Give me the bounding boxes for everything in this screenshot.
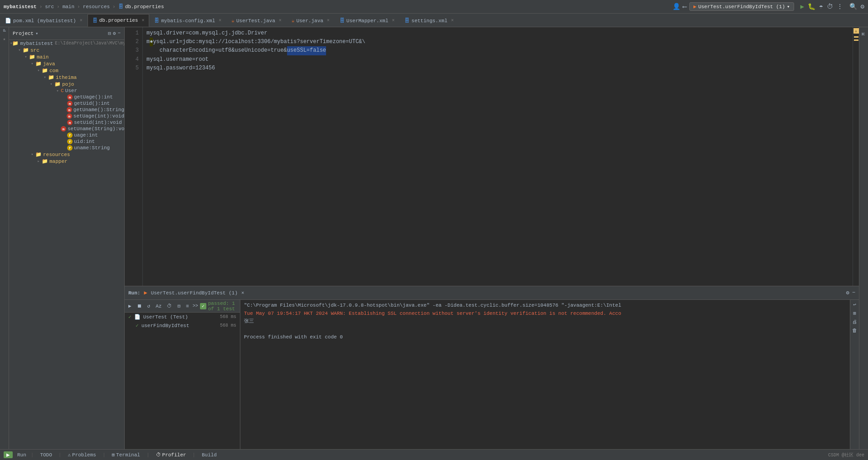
profile-button[interactable]: ⏱ [827,3,833,10]
settings-bottom-icon[interactable]: ⚙ [846,289,849,296]
maven-panel-icon[interactable]: M [861,33,866,35]
project-dropdown-icon[interactable]: ▾ [35,31,38,36]
play-btn[interactable]: ▶ [127,302,133,310]
build-btn[interactable]: Build [200,452,219,458]
tree-item-mapper[interactable]: ▸ 📁 mapper [9,158,124,165]
warning-line-2 [854,39,858,41]
stop-btn[interactable]: ⏹ [135,302,144,310]
run-label[interactable]: Run [17,452,26,458]
sep3: › [77,4,80,10]
main-content: P ★ Project ▾ ⊟ ⚙ − ▾ 📁 mybatistest E:\I… [0,27,868,449]
editor-content[interactable]: 1 2 3 4 5 mysql.driver=com.mysql.cj.jdbc… [125,27,859,286]
settings-icon[interactable]: ⚙ [861,3,864,10]
tab-usermapper[interactable]: 🗄 UserMapper.xml × [335,14,400,27]
sort-dur-btn[interactable]: ⏱ [165,302,174,310]
coverage-button[interactable]: ☂ [819,3,823,10]
tree-item-setuage[interactable]: m setUage(int):void [9,113,124,119]
profiler-btn[interactable]: ⏱ Profiler [154,452,188,458]
tree-item-main[interactable]: ▾ 📁 main [9,54,124,60]
debug-button[interactable]: 🐛 [808,3,815,10]
tree-item-setuname[interactable]: m setUname(String):void [9,126,124,132]
settings-sidebar-icon[interactable]: ⚙ [113,30,116,36]
toolbar-icons: 🔍 ⚙ [849,3,864,10]
run-status-btn[interactable]: ▶ [4,451,13,458]
code-line-3-indent: characterEncoding=utf8&useUnicode=true& [146,46,287,55]
breadcrumb-main[interactable]: main [63,4,74,10]
tab-pom-close[interactable]: × [80,18,83,23]
tab-settings-close[interactable]: × [451,18,454,23]
output-content[interactable]: "C:\Program Files\Microsoft\jdk-17.0.9.8… [240,300,850,449]
tab-user[interactable]: ☕ User.java × [287,14,335,27]
problems-btn[interactable]: ⚠ Problems [66,452,98,458]
tab-usertest[interactable]: ☕ UserTest.java × [226,14,286,27]
collapse-all-icon[interactable]: ⊟ [108,30,111,36]
run-config-selector[interactable]: ▶ UserTest.userFindByIdTest (1) ▾ [689,2,794,11]
output-clear-icon[interactable]: 🗑 [852,328,857,333]
tree-item-field-uage[interactable]: f uage:int [9,132,124,138]
breadcrumb-src[interactable]: src [45,4,54,10]
user-icon[interactable]: 👤 [673,3,680,10]
tabs-bar: 📄 pom.xml (mybatistest) × 🗄 db.propertie… [0,14,868,27]
terminal-btn[interactable]: ⊞ Terminal [110,452,141,458]
tree-item-java[interactable]: ▾ 📁 java [9,60,124,67]
tree-setuname-label: setUname(String):void [68,126,124,132]
tree-item-getuage[interactable]: m getUage():int [9,94,124,100]
line-num-2: 2 [125,38,139,46]
tree-item-field-uname[interactable]: f uname:String [9,145,124,151]
tree-item-getuname[interactable]: m getUname():String [9,107,124,113]
tree-item-resources[interactable]: ▾ 📁 resources [9,151,124,158]
status-right: CSDM @社区 dee [828,452,864,458]
more-test-icon[interactable]: >> [193,303,198,308]
tab-usertest-close[interactable]: × [279,18,282,23]
expand-tree-btn[interactable]: ≡ [184,303,191,310]
close-run-tab-icon[interactable]: × [241,290,244,296]
tab-pom[interactable]: 📄 pom.xml (mybatistest) × [0,14,88,27]
tree-item-root[interactable]: ▾ 📁 mybatistest E:\IdeaProject\Java\MVC\… [9,40,124,47]
tree-item-field-uid[interactable]: f uid:int [9,138,124,145]
output-print-icon[interactable]: 🖨 [852,319,857,325]
output-filter-icon[interactable]: ⊞ [853,310,856,316]
search-top-icon[interactable]: 🔍 [849,3,857,10]
code-area[interactable]: mysql.driver=com.mysql.cj.jdbc.Driver m●… [143,27,853,286]
breadcrumb-file[interactable]: db.properties [125,4,164,10]
chevron-down-icon[interactable]: ▾ [787,4,790,10]
tab-db[interactable]: 🗄 db.properties × [88,14,150,27]
back-icon[interactable]: ⟵ [683,3,687,10]
tree-item-itheima[interactable]: ▾ 📁 itheima [9,74,124,81]
favorites-icon[interactable]: ★ [3,36,5,42]
tab-db-close[interactable]: × [141,18,144,23]
tree-item-user-class[interactable]: ▾ C User [9,88,124,94]
test-item-findbyid[interactable]: ✓ userFindByIdTest 568 ms [125,321,240,330]
tree-item-com[interactable]: ▾ 📁 com [9,67,124,74]
code-line-1-content: mysql.driver=com.mysql.cj.jdbc.Driver [146,29,267,38]
breadcrumb-resources[interactable]: resources [83,4,110,10]
project-tool-icon[interactable]: P [2,29,7,32]
top-bar: mybatistest › src › main › resources › 🗄… [0,0,868,14]
rerun-btn[interactable]: ↺ [146,302,152,310]
close-sidebar-icon[interactable]: − [117,30,121,36]
tree-item-pojo[interactable]: ▾ 📁 pojo [9,81,124,88]
project-name[interactable]: mybatistest [4,4,37,10]
tab-usermapper-close[interactable]: × [392,18,395,23]
sort-alpha-btn[interactable]: Az [154,303,163,310]
tab-user-close[interactable]: × [327,18,330,23]
warning-indicator-1[interactable]: ⚠ [853,28,859,34]
run-panel-name: UserTest.userFindByIdTest (1) [151,290,238,296]
tree-item-getuid[interactable]: m getUid():int [9,100,124,107]
tab-mybatis[interactable]: 🗄 mybatis-config.xml × [149,14,226,27]
code-line-3: characterEncoding=utf8&useUnicode=true&u… [146,46,849,55]
tests-passed-badge: ✓ [200,303,206,309]
test-time-findbyid: 568 ms [220,323,236,328]
collapse-tree-btn[interactable]: ⊟ [176,302,182,310]
minimize-bottom-icon[interactable]: − [852,289,855,296]
tab-mybatis-close[interactable]: × [219,18,221,23]
todo-btn[interactable]: TODO [38,452,54,458]
tree-item-setuid[interactable]: m setUid(int):void [9,119,124,126]
run-button[interactable]: ▶ [800,3,804,10]
tree-item-src[interactable]: ▾ 📁 src [9,47,124,54]
more-run-icon[interactable]: ⋮ [837,3,843,10]
test-item-usertest[interactable]: ✓ 📄 UserTest (Test) 568 ms [125,313,240,321]
output-wrap-icon[interactable]: ↩ [853,302,856,308]
tab-settings[interactable]: 🗄 settings.xml × [400,14,458,27]
test-check-usertest: ✓ [128,314,132,320]
